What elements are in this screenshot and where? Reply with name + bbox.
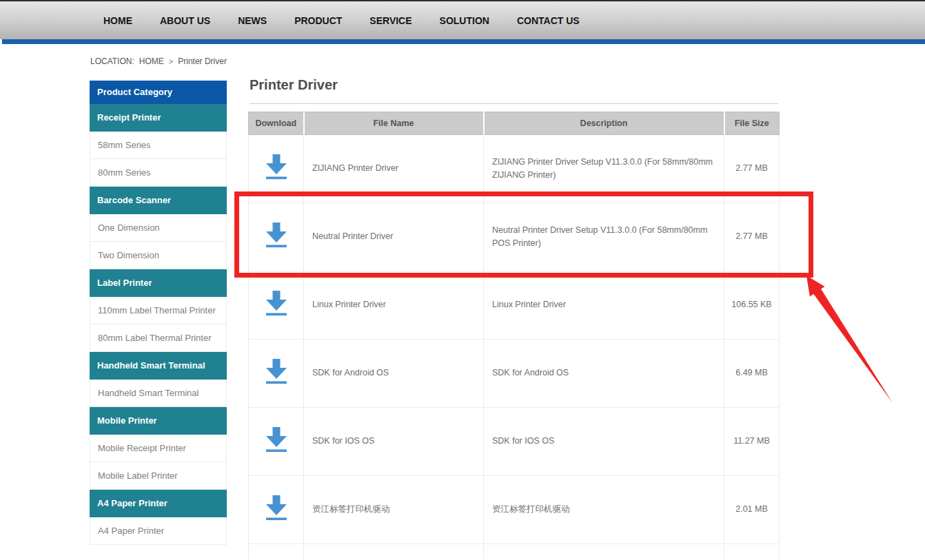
file-name-cell bbox=[304, 544, 484, 560]
description-cell: Linux Printer Driver bbox=[484, 271, 724, 340]
download-cell bbox=[249, 544, 304, 560]
driver-download-table: DownloadFile NameDescriptionFile Size ZI… bbox=[248, 112, 780, 560]
nav-item-product[interactable]: PRODUCT bbox=[294, 15, 342, 26]
file-size-cell: 106.55 KB bbox=[724, 271, 780, 340]
breadcrumb-prefix: LOCATION: bbox=[90, 56, 134, 66]
nav-item-solution[interactable]: SOLUTION bbox=[440, 15, 489, 26]
description-cell: Neutral Printer Driver Setup V11.3.0.0 (… bbox=[484, 203, 724, 271]
download-button[interactable] bbox=[261, 491, 292, 523]
table-row: 资江标签打印机驱动资江标签打印机驱动2.01 MB bbox=[249, 476, 780, 544]
download-cell bbox=[249, 476, 304, 544]
product-category-sidebar: Product Category Receipt Printer58mm Ser… bbox=[90, 81, 227, 545]
download-button[interactable] bbox=[261, 150, 292, 183]
download-button[interactable] bbox=[261, 355, 292, 387]
file-name-cell: Linux Printer Driver bbox=[304, 271, 484, 340]
sidebar-item-label-printer[interactable]: Label Printer bbox=[90, 269, 227, 297]
nav-item-home[interactable]: HOME bbox=[103, 15, 132, 26]
table-row: ZIJIANG Printer DriverZIJIANG Printer Dr… bbox=[249, 135, 780, 203]
column-header-file-name: File Name bbox=[304, 112, 484, 135]
description-cell: SDK for Android OS bbox=[484, 340, 724, 408]
download-arrow-icon bbox=[261, 218, 292, 251]
download-cell bbox=[249, 203, 304, 271]
nav-item-contact-us[interactable]: CONTACT US bbox=[517, 15, 580, 26]
table-row: SDK for Android OSSDK for Android OS6.49… bbox=[249, 340, 780, 408]
sidebar-item-80mm-label-thermal-printer[interactable]: 80mm Label Thermal Printer bbox=[90, 324, 227, 352]
sidebar-item-handheld-smart-terminal[interactable]: Handheld Smart Terminal bbox=[90, 352, 227, 380]
file-size-cell: 2.77 MB bbox=[724, 135, 780, 203]
download-button[interactable] bbox=[261, 218, 292, 251]
download-arrow-icon bbox=[261, 491, 292, 523]
breadcrumb-current: Printer Driver bbox=[178, 56, 227, 66]
file-size-cell: 11.27 MB bbox=[724, 408, 780, 476]
download-cell bbox=[249, 340, 304, 408]
table-row bbox=[249, 544, 780, 560]
sidebar-item-two-dimension[interactable]: Two Dimension bbox=[90, 242, 227, 269]
breadcrumb-home-link[interactable]: HOME bbox=[139, 56, 164, 66]
file-size-cell: 2.77 MB bbox=[724, 203, 780, 271]
description-cell: ZIJIANG Printer Driver Setup V11.3.0.0 (… bbox=[484, 135, 724, 203]
sidebar-item-barcode-scanner[interactable]: Barcode Scanner bbox=[90, 187, 227, 214]
column-header-description: Description bbox=[484, 112, 724, 135]
download-cell bbox=[249, 271, 304, 340]
nav-item-news[interactable]: NEWS bbox=[238, 15, 267, 26]
breadcrumb: LOCATION: HOME > Printer Driver bbox=[90, 56, 227, 66]
download-button[interactable] bbox=[261, 423, 292, 455]
sidebar-item-a4-paper-printer[interactable]: A4 Paper Printer bbox=[90, 517, 227, 545]
file-name-cell: ZIJIANG Printer Driver bbox=[304, 135, 484, 203]
nav-accent-bar bbox=[2, 39, 925, 44]
sidebar-item-receipt-printer[interactable]: Receipt Printer bbox=[90, 104, 227, 132]
sidebar-item-mobile-label-printer[interactable]: Mobile Label Printer bbox=[90, 462, 227, 490]
file-size-cell bbox=[724, 544, 780, 560]
file-size-cell: 2.01 MB bbox=[724, 476, 780, 544]
title-divider bbox=[250, 103, 778, 104]
main-nav: HOMEABOUT USNEWSPRODUCTSERVICESOLUTIONCO… bbox=[0, 1, 925, 39]
nav-item-about-us[interactable]: ABOUT US bbox=[160, 15, 210, 26]
table-row: Neutral Printer DriverNeutral Printer Dr… bbox=[249, 203, 780, 271]
sidebar-item-mobile-printer[interactable]: Mobile Printer bbox=[90, 407, 227, 435]
file-size-cell: 6.49 MB bbox=[724, 340, 780, 408]
table-body: ZIJIANG Printer DriverZIJIANG Printer Dr… bbox=[249, 135, 780, 560]
table-row: SDK for IOS OSSDK for IOS OS11.27 MB bbox=[249, 408, 780, 476]
description-cell: 资江标签打印机驱动 bbox=[484, 476, 724, 544]
download-button[interactable] bbox=[261, 287, 292, 319]
download-arrow-icon bbox=[261, 150, 292, 183]
sidebar-item-110mm-label-thermal-printer[interactable]: 110mm Label Thermal Printer bbox=[90, 297, 227, 324]
page-title: Printer Driver bbox=[250, 77, 338, 93]
download-cell bbox=[249, 135, 304, 203]
file-name-cell: 资江标签打印机驱动 bbox=[304, 476, 484, 544]
file-name-cell: SDK for IOS OS bbox=[304, 408, 484, 476]
download-arrow-icon bbox=[261, 287, 292, 319]
sidebar-title: Product Category bbox=[90, 81, 227, 104]
table-header-row: DownloadFile NameDescriptionFile Size bbox=[249, 112, 780, 135]
file-name-cell: SDK for Android OS bbox=[304, 340, 484, 408]
sidebar-item-58mm-series[interactable]: 58mm Series bbox=[90, 132, 227, 159]
sidebar-item-mobile-receipt-printer[interactable]: Mobile Receipt Printer bbox=[90, 435, 227, 462]
sidebar-item-one-dimension[interactable]: One Dimension bbox=[90, 214, 227, 242]
column-header-file-size: File Size bbox=[724, 112, 780, 135]
breadcrumb-separator: > bbox=[169, 57, 173, 65]
sidebar-item-handheld-smart-terminal[interactable]: Handheld Smart Terminal bbox=[90, 380, 227, 407]
top-navigation-bar: HOMEABOUT USNEWSPRODUCTSERVICESOLUTIONCO… bbox=[0, 0, 925, 39]
sidebar-item-80mm-series[interactable]: 80mm Series bbox=[90, 159, 227, 187]
download-arrow-icon bbox=[261, 355, 292, 387]
download-arrow-icon bbox=[261, 423, 292, 455]
description-cell bbox=[484, 544, 724, 560]
file-name-cell: Neutral Printer Driver bbox=[304, 203, 484, 271]
nav-item-service[interactable]: SERVICE bbox=[369, 15, 411, 26]
sidebar-list: Receipt Printer58mm Series80mm SeriesBar… bbox=[90, 104, 227, 545]
sidebar-item-a4-paper-printer[interactable]: A4 Paper Printer bbox=[90, 490, 227, 517]
column-header-download: Download bbox=[249, 112, 304, 135]
description-cell: SDK for IOS OS bbox=[484, 408, 724, 476]
table-row: Linux Printer DriverLinux Printer Driver… bbox=[249, 271, 780, 340]
download-cell bbox=[249, 408, 304, 476]
